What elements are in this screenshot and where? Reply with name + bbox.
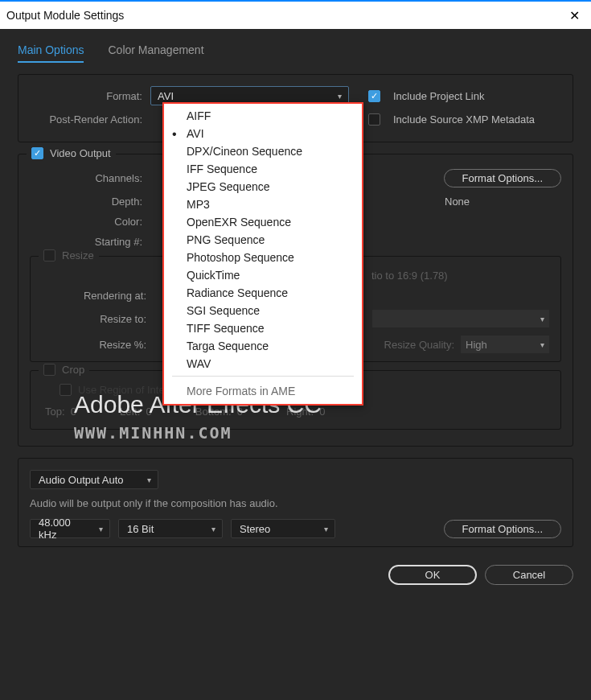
starting-label: Starting #: bbox=[30, 236, 150, 248]
audio-format-options-button[interactable]: Format Options... bbox=[444, 520, 561, 538]
depth-value: None bbox=[445, 196, 561, 208]
format-option[interactable]: AIFF bbox=[164, 107, 362, 125]
crop-left-value: 0 bbox=[146, 406, 152, 418]
audio-rate-value: 48.000 kHz bbox=[39, 517, 84, 541]
crop-bottom-value: 0 bbox=[237, 406, 243, 418]
audio-rate-select[interactable]: 48.000 kHz ▾ bbox=[30, 519, 110, 538]
crop-checkbox[interactable] bbox=[43, 364, 55, 376]
resize-quality-label: Resize Quality: bbox=[384, 339, 454, 351]
tab-color-management[interactable]: Color Management bbox=[108, 43, 203, 63]
format-dropdown-menu: AIFF AVI DPX/Cineon Sequence IFF Sequenc… bbox=[162, 102, 363, 406]
resize-checkbox[interactable] bbox=[43, 249, 55, 261]
titlebar: Output Module Settings ✕ bbox=[0, 0, 591, 29]
format-option[interactable]: OpenEXR Sequence bbox=[164, 213, 362, 231]
chevron-down-icon: ▾ bbox=[540, 315, 544, 323]
format-option[interactable]: AVI bbox=[164, 125, 362, 142]
format-option[interactable]: TIFF Sequence bbox=[164, 319, 362, 337]
resize-pct-label: Resize %: bbox=[42, 339, 154, 351]
crop-top-label: Top: bbox=[45, 406, 65, 418]
dialog-footer: OK Cancel bbox=[18, 565, 573, 585]
audio-channels-value: Stereo bbox=[240, 523, 270, 535]
audio-output-mode-select[interactable]: Audio Output Auto ▾ bbox=[30, 470, 158, 489]
audio-panel: Audio Output Auto ▾ Audio will be output… bbox=[18, 458, 573, 547]
format-option[interactable]: Targa Sequence bbox=[164, 337, 362, 355]
resize-to-select[interactable]: ▾ bbox=[372, 310, 549, 327]
resize-to-label: Resize to: bbox=[42, 313, 154, 325]
audio-channels-select[interactable]: Stereo ▾ bbox=[231, 519, 335, 538]
output-module-settings-window: Output Module Settings ✕ Main Options Co… bbox=[0, 0, 591, 700]
tab-main-options[interactable]: Main Options bbox=[18, 43, 84, 63]
post-render-action-label: Post-Render Action: bbox=[30, 113, 150, 126]
format-option[interactable]: QuickTime bbox=[164, 266, 362, 284]
include-xmp-checkbox[interactable] bbox=[368, 113, 380, 126]
ok-button[interactable]: OK bbox=[388, 565, 477, 585]
tabs: Main Options Color Management bbox=[18, 43, 573, 63]
format-option[interactable]: Radiance Sequence bbox=[164, 284, 362, 302]
window-title: Output Module Settings bbox=[6, 9, 124, 22]
audio-note: Audio will be output only if the composi… bbox=[30, 497, 561, 509]
format-select-value: AVI bbox=[158, 90, 174, 102]
format-option[interactable]: DPX/Cineon Sequence bbox=[164, 142, 362, 160]
format-option[interactable]: PNG Sequence bbox=[164, 231, 362, 249]
chevron-down-icon: ▾ bbox=[324, 525, 328, 533]
crop-left-label: Left: bbox=[120, 406, 140, 418]
rendering-at-label: Rendering at: bbox=[42, 290, 154, 302]
depth-label: Depth: bbox=[30, 196, 150, 208]
audio-depth-select[interactable]: 16 Bit ▾ bbox=[118, 519, 223, 538]
chevron-down-icon: ▾ bbox=[211, 525, 215, 533]
format-option[interactable]: JPEG Sequence bbox=[164, 178, 362, 196]
resize-legend: Resize bbox=[62, 249, 94, 261]
aspect-ratio-text: tio to 16:9 (1.78) bbox=[371, 270, 448, 282]
crop-top-value: 0 bbox=[71, 406, 76, 418]
resize-quality-value: High bbox=[466, 339, 487, 351]
video-output-legend: Video Output bbox=[50, 147, 111, 159]
cancel-button[interactable]: Cancel bbox=[485, 565, 573, 585]
resize-quality-select[interactable]: High ▾ bbox=[461, 336, 549, 353]
channels-label: Channels: bbox=[30, 172, 150, 184]
crop-bottom-label: Bottom: bbox=[195, 406, 232, 418]
color-label: Color: bbox=[30, 216, 150, 228]
format-option[interactable]: SGI Sequence bbox=[164, 302, 362, 319]
format-option[interactable]: MP3 bbox=[164, 196, 362, 213]
audio-depth-value: 16 Bit bbox=[127, 523, 154, 535]
audio-output-mode-value: Audio Output Auto bbox=[39, 474, 124, 486]
format-label: Format: bbox=[30, 90, 150, 102]
include-xmp-label: Include Source XMP Metadata bbox=[393, 113, 535, 126]
format-option[interactable]: Photoshop Sequence bbox=[164, 249, 362, 266]
chevron-down-icon: ▾ bbox=[338, 92, 342, 101]
crop-legend: Crop bbox=[62, 364, 84, 376]
include-project-link-checkbox[interactable]: ✓ bbox=[368, 90, 380, 102]
format-option[interactable]: WAV bbox=[164, 355, 362, 373]
crop-right-label: Right: bbox=[286, 406, 314, 418]
crop-right-value: 0 bbox=[319, 406, 325, 418]
chevron-down-icon: ▾ bbox=[147, 476, 151, 484]
chevron-down-icon: ▾ bbox=[99, 525, 103, 533]
format-more-ame[interactable]: More Formats in AME bbox=[164, 380, 362, 401]
chevron-down-icon: ▾ bbox=[540, 340, 544, 349]
close-icon[interactable]: ✕ bbox=[569, 8, 580, 23]
video-output-checkbox[interactable]: ✓ bbox=[31, 147, 43, 159]
format-option[interactable]: IFF Sequence bbox=[164, 160, 362, 178]
include-project-link-label: Include Project Link bbox=[393, 90, 484, 102]
format-panel: Format: AVI ▾ ✓ Include Project Link Pos… bbox=[18, 74, 573, 142]
dialog-content: Main Options Color Management Format: AV… bbox=[0, 29, 591, 700]
use-region-checkbox[interactable] bbox=[60, 384, 72, 396]
video-format-options-button[interactable]: Format Options... bbox=[444, 169, 561, 187]
